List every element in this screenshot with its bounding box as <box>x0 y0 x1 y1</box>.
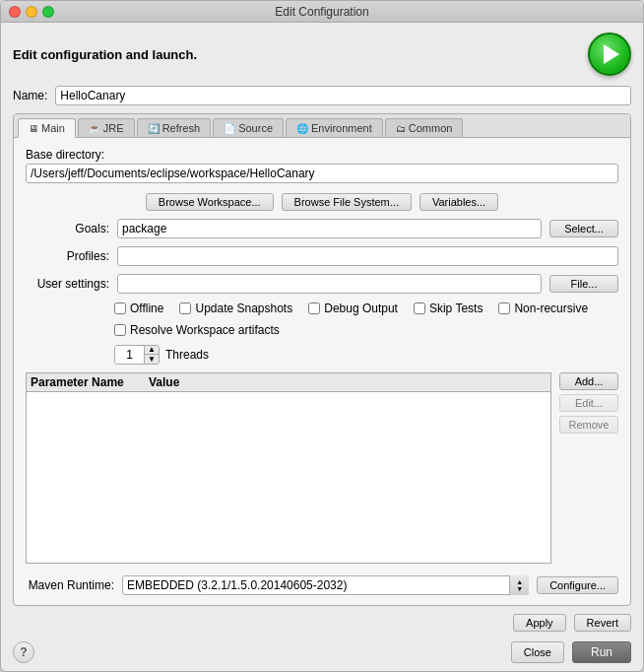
profiles-row: Profiles: <box>26 246 618 266</box>
profiles-label: Profiles: <box>26 249 109 263</box>
threads-input[interactable] <box>115 345 145 365</box>
base-directory-section: Base directory: <box>26 148 618 183</box>
main-panel: 🖥 Main ☕ JRE 🔄 Refresh 📄 Source 🌐 <box>13 113 631 606</box>
maximize-window-btn[interactable] <box>42 6 54 18</box>
header-row: Edit configuration and launch. <box>13 33 631 76</box>
play-button[interactable] <box>588 33 631 76</box>
run-button[interactable]: Run <box>572 641 631 663</box>
minimize-window-btn[interactable] <box>26 6 37 18</box>
refresh-tab-icon: 🔄 <box>148 123 160 134</box>
non-recursive-label: Non-recursive <box>514 302 588 315</box>
non-recursive-checkbox[interactable] <box>498 302 510 314</box>
debug-output-checkbox-item[interactable]: Debug Output <box>308 302 398 315</box>
maven-runtime-select-wrapper: EMBEDDED (3.2.1/1.5.0.20140605-2032) ▲ ▼ <box>122 575 529 595</box>
threads-label: Threads <box>165 348 209 362</box>
offline-label: Offline <box>130 302 163 315</box>
name-label: Name: <box>13 89 47 102</box>
tab-content-main: Base directory: Browse Workspace... Brow… <box>14 138 630 605</box>
maven-runtime-row: Maven Runtime: EMBEDDED (3.2.1/1.5.0.201… <box>26 575 618 595</box>
maven-runtime-select[interactable]: EMBEDDED (3.2.1/1.5.0.20140605-2032) <box>122 575 529 595</box>
debug-output-checkbox[interactable] <box>308 302 320 314</box>
tab-refresh[interactable]: 🔄 Refresh <box>137 118 212 137</box>
browse-filesystem-button[interactable]: Browse File System... <box>282 193 412 211</box>
close-button[interactable]: Close <box>511 641 564 663</box>
tab-jre-label: JRE <box>103 122 124 134</box>
common-tab-icon: 🗂 <box>396 123 406 134</box>
environment-tab-icon: 🌐 <box>296 123 308 134</box>
goals-label: Goals: <box>26 222 109 235</box>
param-edit-button[interactable]: Edit... <box>559 394 618 412</box>
threads-row: ▲ ▼ Threads <box>26 345 618 365</box>
param-section: Parameter Name Value Add... Edit... Remo… <box>26 372 618 564</box>
base-directory-label: Base directory: <box>26 148 104 162</box>
update-snapshots-label: Update Snapshots <box>195 302 292 315</box>
content-area: Edit configuration and launch. Name: 🖥 M… <box>1 23 643 671</box>
user-settings-file-button[interactable]: File... <box>549 275 618 293</box>
footer-right-buttons: Close Run <box>511 641 631 663</box>
variables-button[interactable]: Variables... <box>419 193 498 211</box>
tab-environment[interactable]: 🌐 Environment <box>286 118 383 137</box>
browse-workspace-button[interactable]: Browse Workspace... <box>146 193 274 211</box>
update-snapshots-checkbox[interactable] <box>179 302 191 314</box>
main-window: Edit Configuration Edit configuration an… <box>0 0 644 672</box>
resolve-workspace-checkbox-item[interactable]: Resolve Workspace artifacts <box>114 323 280 337</box>
header-subtitle: Edit configuration and launch. <box>13 47 197 62</box>
maven-runtime-label: Maven Runtime: <box>26 578 114 592</box>
spinner-up-arrow[interactable]: ▲ <box>145 345 159 355</box>
skip-tests-checkbox-item[interactable]: Skip Tests <box>414 302 483 315</box>
name-row: Name: <box>13 86 631 105</box>
help-button[interactable]: ? <box>13 641 34 663</box>
param-table-header: Parameter Name Value <box>27 373 550 392</box>
spinner-down-arrow[interactable]: ▼ <box>145 355 159 365</box>
footer-row: ? Close Run <box>13 636 631 663</box>
checkboxes-section-2: Resolve Workspace artifacts <box>26 323 618 337</box>
tabs-bar: 🖥 Main ☕ JRE 🔄 Refresh 📄 Source 🌐 <box>14 114 630 138</box>
spinner-arrows: ▲ ▼ <box>145 345 159 365</box>
configure-button[interactable]: Configure... <box>537 576 618 594</box>
tab-main[interactable]: 🖥 Main <box>18 118 76 138</box>
param-add-button[interactable]: Add... <box>559 372 618 390</box>
resolve-workspace-label: Resolve Workspace artifacts <box>130 323 280 337</box>
tab-main-label: Main <box>41 122 65 134</box>
browse-buttons-row: Browse Workspace... Browse File System..… <box>26 193 618 211</box>
close-window-btn[interactable] <box>9 6 21 18</box>
checkboxes-section: Offline Update Snapshots Debug Output Sk… <box>26 302 618 315</box>
base-directory-input[interactable] <box>26 164 618 183</box>
goals-select-button[interactable]: Select... <box>549 220 618 237</box>
goals-input[interactable] <box>117 219 542 238</box>
tab-source[interactable]: 📄 Source <box>213 118 284 137</box>
threads-spinner: ▲ ▼ <box>114 345 160 365</box>
goals-row: Goals: Select... <box>26 219 618 238</box>
window-title: Edit Configuration <box>275 5 368 19</box>
skip-tests-label: Skip Tests <box>429 302 483 315</box>
debug-output-label: Debug Output <box>324 302 398 315</box>
param-col-name: Parameter Name <box>31 375 149 389</box>
profiles-input[interactable] <box>117 246 618 266</box>
tab-environment-label: Environment <box>311 122 372 134</box>
user-settings-row: User settings: File... <box>26 274 618 294</box>
non-recursive-checkbox-item[interactable]: Non-recursive <box>498 302 588 315</box>
window-controls <box>9 6 54 18</box>
user-settings-label: User settings: <box>26 277 109 291</box>
revert-button[interactable]: Revert <box>574 614 631 632</box>
param-remove-button[interactable]: Remove <box>559 416 618 434</box>
name-input[interactable] <box>55 86 631 105</box>
tab-common-label: Common <box>409 122 453 134</box>
main-tab-icon: 🖥 <box>29 123 38 134</box>
tab-source-label: Source <box>238 122 273 134</box>
param-col-value: Value <box>149 375 547 389</box>
user-settings-input[interactable] <box>117 274 542 294</box>
skip-tests-checkbox[interactable] <box>414 302 425 314</box>
tab-jre[interactable]: ☕ JRE <box>78 118 135 137</box>
tab-refresh-label: Refresh <box>162 122 201 134</box>
update-snapshots-checkbox-item[interactable]: Update Snapshots <box>179 302 292 315</box>
tab-common[interactable]: 🗂 Common <box>385 118 464 137</box>
apply-revert-row: Apply Revert <box>13 606 631 636</box>
resolve-workspace-checkbox[interactable] <box>114 324 126 336</box>
source-tab-icon: 📄 <box>224 123 235 134</box>
offline-checkbox-item[interactable]: Offline <box>114 302 163 315</box>
offline-checkbox[interactable] <box>114 302 126 314</box>
param-table: Parameter Name Value <box>26 372 551 564</box>
apply-button[interactable]: Apply <box>513 614 566 632</box>
jre-tab-icon: ☕ <box>89 123 100 134</box>
